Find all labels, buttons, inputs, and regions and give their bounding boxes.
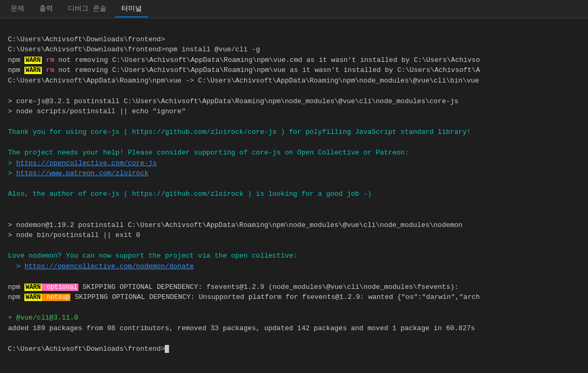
terminal-area: C:\Users\Achivsoft\Downloads\frontend> C… — [0, 19, 588, 373]
terminal-line: > core-js@3.2.1 postinstall C:\Users\Ach… — [8, 96, 580, 107]
terminal-line-summary: added 189 packages from 98 contributors,… — [8, 323, 580, 334]
terminal-line — [8, 210, 580, 220]
terminal-line-corejs-thanks: Thank you for using core-js ( https://gi… — [8, 127, 580, 138]
terminal-line — [8, 241, 580, 251]
tab-output[interactable]: 출력 — [33, 1, 59, 17]
terminal-line: C:\Users\Achivsoft\Downloads\frontend>np… — [8, 44, 580, 55]
terminal-line-warn2: npm WARN rm not removing C:\Users\Achivs… — [8, 65, 580, 76]
terminal-line — [8, 271, 580, 282]
tab-problems[interactable]: 문제 — [4, 1, 31, 17]
tab-terminal[interactable]: 터미널 — [115, 1, 148, 17]
terminal-line: C:\Users\Achivsoft\Downloads\frontend> — [8, 34, 580, 45]
terminal-line-corejs-link2: > https://www.patreon.com/zloirock — [8, 168, 580, 179]
terminal-line — [8, 199, 580, 210]
terminal-line-warn-optional: npm WARN optional SKIPPING OPTIONAL DEPE… — [8, 282, 580, 293]
terminal-line — [8, 117, 580, 128]
terminal-line: C:\Users\Achivsoft\AppData\Roaming\npm\v… — [8, 76, 580, 86]
terminal-line: > nodemon@1.19.2 postinstall C:\Users\Ac… — [8, 220, 580, 231]
terminal-line-corejs-help: The project needs your help! Please cons… — [8, 148, 580, 158]
terminal-line — [8, 86, 580, 96]
terminal-line-corejs-link1: > https://opencollective.com/core-js — [8, 158, 580, 169]
terminal-line — [8, 303, 580, 313]
terminal-line: > node scripts/postinstall || echo "igno… — [8, 106, 580, 117]
terminal-line-added: + @vue/cli@3.11.0 — [8, 313, 580, 323]
terminal-prompt: C:\Users\Achivsoft\Downloads\frontend> — [8, 344, 580, 354]
terminal-line — [8, 179, 580, 189]
tab-debug-console[interactable]: 디버그 콘솔 — [61, 1, 113, 17]
terminal-line-corejs-job: Also, the author of core-js ( https://gi… — [8, 189, 580, 199]
terminal-line-warn-notsup: npm WARN notsup SKIPPING OPTIONAL DEPEND… — [8, 292, 580, 303]
terminal-line-nodemon-link: > https://opencollective.com/nodemon/don… — [8, 261, 580, 272]
tab-bar: 문제 출력 디버그 콘솔 터미널 — [0, 0, 588, 19]
terminal-line — [8, 333, 580, 344]
terminal-line — [8, 138, 580, 148]
terminal-line: > node bin/postinstall || exit 0 — [8, 230, 580, 241]
terminal-line-nodemon: Love nodemon? You can now support the pr… — [8, 251, 580, 261]
terminal-line — [8, 24, 580, 34]
terminal-line-warn1: npm WARN rm not removing C:\Users\Achivs… — [8, 55, 580, 66]
